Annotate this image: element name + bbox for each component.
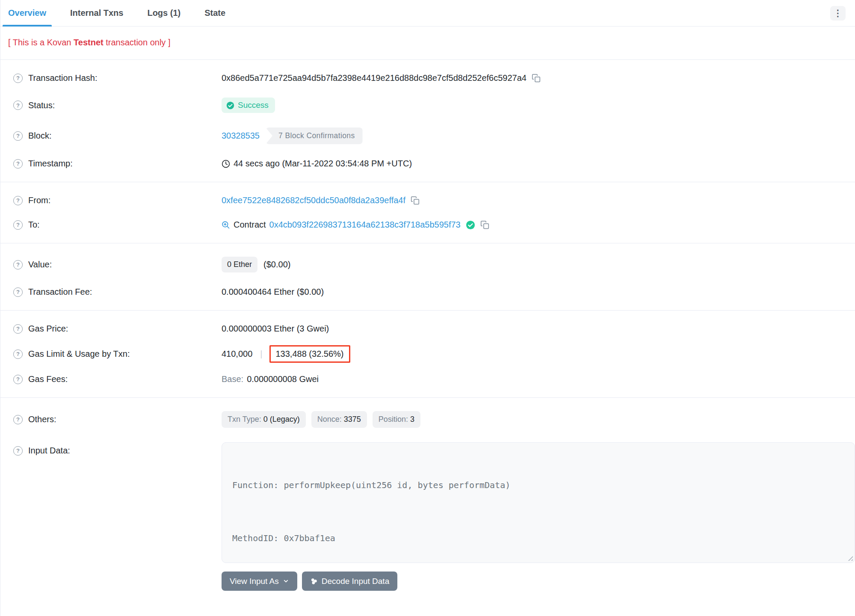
gas-price-label: Gas Price: [28,324,68,334]
row-transaction-hash: ? Transaction Hash: 0x86ed5a771e725aa94d… [0,66,855,90]
copy-button[interactable] [480,220,489,229]
position-value: 3 [410,415,414,424]
verified-check-icon [466,220,475,230]
status-badge: Success [222,98,275,113]
ether-value-badge: 0 Ether [222,257,257,272]
row-gas-price: ? Gas Price: 0.000000003 Ether (3 Gwei) [0,317,855,341]
input-data-label: Input Data: [28,446,70,456]
copy-button[interactable] [411,196,420,205]
row-transaction-fee: ? Transaction Fee: 0.000400464 Ether ($0… [0,280,855,304]
view-input-as-button[interactable]: View Input As [222,572,297,591]
others-label: Others: [28,415,56,424]
copy-icon [480,220,489,229]
txn-type-badge: Txn Type: 0 (Legacy) [222,411,306,428]
chevron-down-icon [283,578,289,584]
tab-bar: Overview Internal Txns Logs (1) State ⋮ [0,0,855,27]
notice-bold: Testnet [74,38,104,47]
timestamp-value: 44 secs ago (Mar-11-2022 03:54:48 PM +UT… [234,159,412,169]
testnet-notice: [ This is a Kovan Testnet transaction on… [0,27,855,59]
clock-icon [222,160,230,168]
transaction-hash-value: 0x86ed5a771e725aa94d5b7fa2398e4419e216d8… [222,73,527,83]
help-icon[interactable]: ? [13,324,23,334]
decode-input-data-button[interactable]: Decode Input Data [302,572,397,591]
gas-usage-value: 133,488 (32.56%) [276,349,344,359]
decode-icon [310,578,318,585]
help-icon[interactable]: ? [13,220,23,230]
transaction-fee-label: Transaction Fee: [28,287,92,297]
row-block: ? Block: 30328535 7 Block Confirmations [0,120,855,151]
help-icon[interactable]: ? [13,375,23,384]
nonce-value: 3375 [344,415,361,424]
notice-suffix: transaction only ] [104,38,171,47]
tab-internal-txns[interactable]: Internal Txns [65,0,129,26]
input-data-box[interactable]: Function: performUpkeep(uint256 id, byte… [222,442,855,563]
gas-price-value: 0.000000003 Ether (3 Gwei) [222,324,329,334]
value-label: Value: [28,260,52,270]
to-contract-word: Contract [234,220,266,230]
section-gas: ? Gas Price: 0.000000003 Ether (3 Gwei) … [0,311,855,397]
input-data-actions: View Input As Decode Input Data [222,572,855,591]
success-check-icon [226,101,234,110]
help-icon[interactable]: ? [13,159,23,169]
section-summary: ? Transaction Hash: 0x86ed5a771e725aa94d… [0,60,855,182]
copy-icon [411,196,420,205]
gas-limit-label: Gas Limit & Usage by Txn: [28,349,130,359]
separator-bar: | [260,349,262,359]
more-options-button[interactable]: ⋮ [830,6,846,21]
row-gas-fees: ? Gas Fees: Base: 0.000000008 Gwei [0,367,855,391]
nonce-label: Nonce: [317,415,344,424]
tab-overview[interactable]: Overview [3,0,52,26]
txn-type-value: 0 (Legacy) [263,415,300,424]
help-icon[interactable]: ? [13,74,23,83]
input-methodid-line: MethodID: 0x7bbaf1ea [232,532,844,545]
annotation-highlight-box: 133,488 (32.56%) [269,345,350,363]
transaction-hash-label: Transaction Hash: [28,73,98,83]
help-icon[interactable]: ? [13,196,23,205]
help-icon[interactable]: ? [13,287,23,297]
status-text: Success [238,101,269,110]
timestamp-label: Timestamp: [28,159,73,169]
usd-value: ($0.00) [263,260,290,270]
position-label: Position: [379,415,410,424]
row-input-data: ? Input Data: Function: performUpkeep(ui… [0,435,855,598]
row-others: ? Others: Txn Type: 0 (Legacy) Nonce: 33… [0,404,855,435]
notice-prefix: [ This is a Kovan [8,38,74,47]
base-fee-value: 0.000000008 Gwei [247,374,319,384]
verified-contract-badge [466,220,475,230]
row-value: ? Value: 0 Ether ($0.00) [0,249,855,280]
view-input-as-label: View Input As [230,577,279,586]
section-parties: ? From: 0xfee7522e8482682cf50ddc50a0f8da… [0,182,855,243]
help-icon[interactable]: ? [13,131,23,141]
kebab-menu-icon: ⋮ [834,9,843,18]
input-function-line: Function: performUpkeep(uint256 id, byte… [232,479,844,492]
row-gas-limit-usage: ? Gas Limit & Usage by Txn: 410,000 | 13… [0,341,855,367]
block-label: Block: [28,131,51,141]
position-badge: Position: 3 [373,411,420,428]
resize-grip[interactable] [846,554,853,561]
help-icon[interactable]: ? [13,446,23,456]
section-others-input: ? Others: Txn Type: 0 (Legacy) Nonce: 33… [0,398,855,604]
tab-logs[interactable]: Logs (1) [142,0,186,26]
block-confirmations-badge: 7 Block Confirmations [266,127,363,144]
from-address-link[interactable]: 0xfee7522e8482682cf50ddc50a0f8da2a39effa… [222,195,405,205]
section-value: ? Value: 0 Ether ($0.00) ? Transaction F… [0,243,855,310]
row-from: ? From: 0xfee7522e8482682cf50ddc50a0f8da… [0,188,855,213]
tab-state[interactable]: State [199,0,231,26]
help-icon[interactable]: ? [13,101,23,110]
copy-button[interactable] [532,74,541,83]
help-icon[interactable]: ? [13,260,23,270]
help-icon[interactable]: ? [13,349,23,359]
to-label: To: [28,220,40,230]
row-status: ? Status: Success [0,90,855,120]
row-timestamp: ? Timestamp: 44 secs ago (Mar-11-2022 03… [0,151,855,176]
gas-limit-value: 410,000 [222,349,252,359]
copy-icon [532,74,541,83]
row-to: ? To: Contract 0x4cb093f226983713164a621… [0,213,855,237]
status-label: Status: [28,101,55,110]
decode-input-data-label: Decode Input Data [322,577,389,586]
zoom-in-icon[interactable] [222,221,230,229]
block-number-link[interactable]: 30328535 [222,131,260,141]
nonce-badge: Nonce: 3375 [311,411,367,428]
to-address-link[interactable]: 0x4cb093f226983713164a62138c3f718a5b595f… [269,220,461,230]
help-icon[interactable]: ? [13,415,23,424]
